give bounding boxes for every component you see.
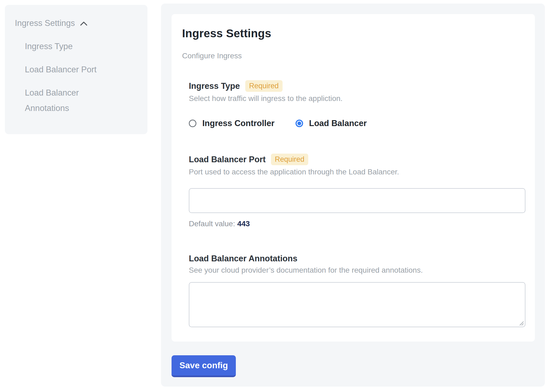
radio-label: Ingress Controller <box>202 119 274 128</box>
page-title: Ingress Settings <box>182 27 525 40</box>
ingress-type-label: Ingress Type <box>189 81 240 91</box>
load-balancer-annotations-textarea[interactable] <box>189 282 525 327</box>
required-badge: Required <box>245 80 283 92</box>
sidebar-section-label: Ingress Settings <box>15 15 75 31</box>
resize-grip-icon[interactable] <box>518 320 524 326</box>
required-badge: Required <box>271 154 308 165</box>
radio-unselected-icon[interactable] <box>189 120 196 127</box>
radio-label: Load Balancer <box>309 119 367 128</box>
load-balancer-port-description: Port used to access the application thro… <box>189 168 525 176</box>
annotations-textarea-wrap <box>189 282 525 327</box>
page-subtitle: Configure Ingress <box>182 52 525 60</box>
sidebar-section-ingress-settings[interactable]: Ingress Settings <box>15 15 139 31</box>
sidebar-item-list: Ingress Type Load Balancer Port Load Bal… <box>15 39 139 116</box>
load-balancer-annotations-label: Load Balancer Annotations <box>189 254 297 263</box>
ingress-settings-panel: Ingress Settings Configure Ingress Ingre… <box>161 4 545 387</box>
default-value-label: Default value: <box>189 219 235 228</box>
load-balancer-annotations-description: See your cloud provider’s documentation … <box>189 266 525 275</box>
ingress-type-description: Select how traffic will ingress to the a… <box>189 94 525 103</box>
load-balancer-port-label: Load Balancer Port <box>189 154 266 164</box>
chevron-up-icon[interactable] <box>79 21 88 27</box>
load-balancer-port-input[interactable] <box>189 188 525 213</box>
save-config-button[interactable]: Save config <box>172 355 236 377</box>
radio-option-load-balancer[interactable]: Load Balancer <box>296 119 367 128</box>
radio-dot <box>297 121 301 125</box>
radio-selected-icon[interactable] <box>296 120 303 127</box>
settings-sidebar: Ingress Settings Ingress Type Load Balan… <box>5 5 147 134</box>
load-balancer-port-section: Load Balancer Port Required Port used to… <box>189 154 525 228</box>
ingress-type-radio-group: Ingress Controller Load Balancer <box>189 119 525 128</box>
radio-option-ingress-controller[interactable]: Ingress Controller <box>189 119 274 128</box>
radio-dot <box>191 121 194 125</box>
sidebar-item-load-balancer-port[interactable]: Load Balancer Port <box>25 62 114 77</box>
sidebar-item-ingress-type[interactable]: Ingress Type <box>25 39 114 54</box>
default-value-row: Default value:443 <box>189 219 525 228</box>
load-balancer-annotations-section: Load Balancer Annotations See your cloud… <box>189 254 525 327</box>
ingress-type-section: Ingress Type Required Select how traffic… <box>189 80 525 128</box>
sidebar-item-load-balancer-annotations[interactable]: Load Balancer Annotations <box>25 85 114 116</box>
default-value: 443 <box>237 219 250 228</box>
ingress-settings-card: Ingress Settings Configure Ingress Ingre… <box>172 14 535 342</box>
